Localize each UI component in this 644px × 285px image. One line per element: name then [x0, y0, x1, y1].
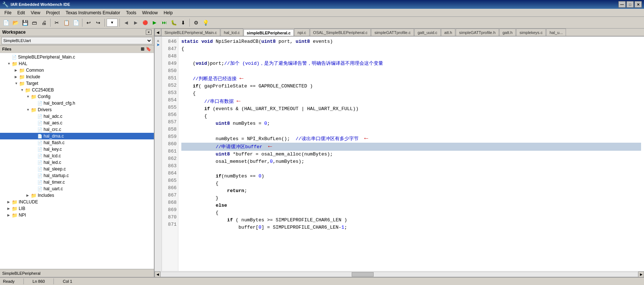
horizontal-scrollbar: ◀ ▶ [155, 271, 644, 277]
tree-item-NPI[interactable]: ▶📁NPI [0, 212, 154, 218]
tree-item-hal-adc-c[interactable]: 📄hal_adc.c [0, 113, 154, 120]
expand-arrow: ▶ [7, 200, 12, 204]
tree-item-Common[interactable]: ▶📁Common [0, 67, 154, 74]
menu-ti-emulator[interactable]: Texas Instruments Emulator [63, 9, 123, 16]
tree-item-label: hal_crc.c [44, 127, 61, 132]
undo-button[interactable]: ↩ [84, 18, 93, 27]
hscroll-left-button[interactable]: ◀ [155, 271, 160, 277]
tree-item-CC2540EB[interactable]: ▼📁CC2540EB [0, 87, 154, 93]
maximize-button[interactable]: □ [626, 1, 634, 8]
save-all-button[interactable]: 🗃 [30, 18, 39, 27]
go-forward-button[interactable]: ▶ [131, 18, 140, 27]
tree-item-hal-board-cfg-h[interactable]: 📄hal_board_cfg.h [0, 100, 154, 106]
main-content: Workspace × SimpleBLEUart Files ⊞ 🔖 📄Sim… [0, 29, 644, 277]
tree-item-label: hal_aes.c [44, 120, 62, 125]
hscroll-right-button[interactable]: ▶ [638, 271, 644, 277]
hscroll-track[interactable] [160, 272, 638, 277]
menu-window[interactable]: Window [139, 9, 161, 16]
workspace-close-button[interactable]: × [146, 30, 152, 35]
tree-item-Includes[interactable]: ▶📁Includes [0, 192, 154, 199]
expand-all-button[interactable]: ⊞ [140, 46, 145, 52]
tree-item-hal-startup-c[interactable]: 📄hal_startup.c [0, 172, 154, 179]
editor-tab-simpleGATTprofile-h[interactable]: simpleGATTprofile.h [456, 29, 499, 36]
folder-icon: 📁 [31, 193, 37, 198]
copy-button[interactable]: 📋 [62, 18, 71, 27]
editor-tab-hal-u---[interactable]: hal_u... [546, 29, 566, 36]
menu-project[interactable]: Project [43, 9, 63, 16]
folder-icon: 📁 [25, 87, 31, 93]
close-button[interactable]: ✕ [634, 1, 642, 8]
code-line-870: if ( numBytes >= SIMPLEPROFILE_CHAR6_LEN… [181, 217, 641, 224]
open-file-button[interactable]: 📂 [11, 18, 20, 27]
tree-item-Config[interactable]: ▼📁Config [0, 93, 154, 100]
menu-edit[interactable]: Edit [14, 9, 28, 16]
print-button[interactable]: 🖨 [40, 18, 48, 27]
tree-item-hal-lcd-c[interactable]: 📄hal_lcd.c [0, 153, 154, 159]
tree-item-label: Target [26, 81, 38, 86]
editor-tab-OSAL-SimpleBLEPeripheral-c[interactable]: OSAL_SimpleBLEPeripheral.c [310, 29, 371, 36]
code-line-854: //串口有数据 ← [181, 97, 641, 105]
tab-scroll-left[interactable]: ◀ [155, 29, 161, 36]
tree-item-Drivers[interactable]: ▼📁Drivers [0, 106, 154, 113]
tree-item-Target[interactable]: ▼📁Target [0, 80, 154, 87]
tree-item-LIB[interactable]: ▶📁LIB [0, 205, 154, 212]
editor-tab-simplekeys-c[interactable]: simplekeys.c [516, 29, 546, 36]
editor-tab-npi-c[interactable]: npi.c [294, 29, 309, 36]
compile-button[interactable]: ▶ [150, 18, 159, 27]
workspace-selector: SimpleBLEUart [0, 36, 154, 45]
paste-button[interactable]: 📄 [71, 18, 80, 27]
tree-item-hal-dma-c[interactable]: 📄hal_dma.c [0, 133, 154, 139]
menu-view[interactable]: View [28, 9, 43, 16]
compile-all-button[interactable]: ⏭ [160, 18, 169, 27]
source-file-icon: 📄 [37, 127, 42, 132]
code-line-853: { [181, 90, 641, 97]
app-title: IAR Embedded Workbench IDE [11, 2, 618, 7]
tree-item-Include[interactable]: ▶📁Include [0, 74, 154, 80]
tree-item-SimpleBLEPeripheral-Main-c[interactable]: 📄SimpleBLEPeripheral_Main.c [0, 54, 154, 60]
download-button[interactable]: ⬇ [179, 18, 188, 27]
menu-file[interactable]: File [1, 9, 14, 16]
folder-icon: 📁 [19, 81, 25, 86]
folder-icon: 📁 [19, 74, 25, 80]
config-dropdown[interactable]: ▼ [107, 19, 118, 27]
code-editor: ▲ ➤ 846 847 848 849 850 851 852 853 854 … [155, 37, 644, 271]
editor-tab-att-h[interactable]: att.h [441, 29, 455, 36]
tree-item-HAL[interactable]: ▼📁HAL [0, 60, 154, 67]
editor-tab-SimpleBLEPeripheral-Main-c[interactable]: SimpleBLEPeripheral_Main.c [161, 29, 220, 36]
code-line-858 [181, 127, 641, 135]
tree-item-hal-timer-c[interactable]: 📄hal_timer.c [0, 179, 154, 185]
hscroll-thumb[interactable] [352, 272, 374, 277]
tree-item-hal-uart-c[interactable]: 📄hal_uart.c [0, 185, 154, 192]
source-file-icon: 📄 [37, 121, 42, 125]
new-file-button[interactable]: 📄 [1, 18, 10, 27]
line-arrow-up[interactable]: ▲ [156, 38, 160, 42]
toolbar-separator-3 [104, 19, 105, 27]
menu-help[interactable]: Help [161, 9, 176, 16]
menu-tools[interactable]: Tools [123, 9, 139, 16]
chip-button[interactable]: 💡 [201, 18, 210, 27]
editor-tab-gatt-h[interactable]: gatt.h [499, 29, 516, 36]
code-content[interactable]: static void NpiSerialReadCB(uint8 port, … [178, 37, 644, 271]
tree-item-hal-sleep-c[interactable]: 📄hal_sleep.c [0, 166, 154, 172]
editor-tab-simpleBLEPeripheral-c[interactable]: simpleBLEPeripheral.c [244, 29, 294, 36]
editor-tab-simpleGATTprofile-c[interactable]: simpleGATTprofile.c [371, 29, 414, 36]
minimize-button[interactable]: — [618, 1, 626, 8]
redo-button[interactable]: ↪ [94, 18, 103, 27]
debug-button[interactable]: 🐛 [169, 18, 178, 27]
tree-item-hal-led-c[interactable]: 📄hal_led.c [0, 159, 154, 166]
tree-item-INCLUDE[interactable]: ▶📁INCLUDE [0, 199, 154, 205]
editor-tab-hal-lcd-c[interactable]: hal_lcd.c [221, 29, 243, 36]
settings-button[interactable]: ⚙ [192, 18, 200, 27]
tree-item-hal-flash-c[interactable]: 📄hal_flash.c [0, 139, 154, 146]
cut-button[interactable]: ✂ [52, 18, 61, 27]
editor-tab-gatt-uuid-c[interactable]: gatt_uuid.c [414, 29, 441, 36]
expand-arrow: ▼ [21, 88, 25, 92]
tree-item-hal-crc-c[interactable]: 📄hal_crc.c [0, 126, 154, 133]
toggle-bkpt-button[interactable]: 🔴 [141, 18, 149, 27]
tree-item-hal-aes-c[interactable]: 📄hal_aes.c [0, 120, 154, 126]
save-button[interactable]: 💾 [21, 18, 29, 27]
go-back-button[interactable]: ◀ [122, 18, 130, 27]
workspace-dropdown[interactable]: SimpleBLEUart [1, 37, 152, 44]
tree-item-hal-key-c[interactable]: 📄hal_key.c [0, 146, 154, 153]
bookmark-button[interactable]: 🔖 [145, 46, 152, 52]
